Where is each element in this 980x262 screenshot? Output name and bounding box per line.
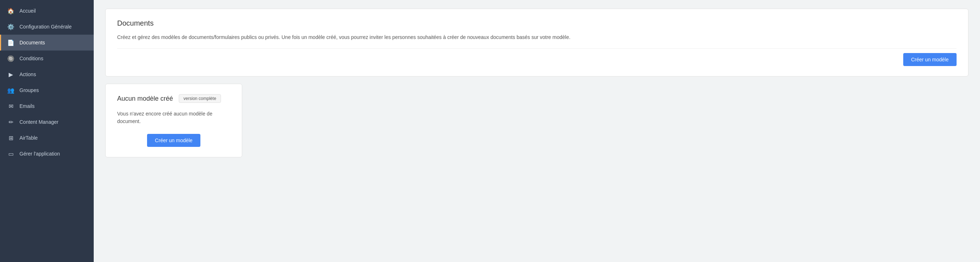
actions-icon: ▶ bbox=[7, 71, 14, 78]
creer-modele-button-empty[interactable]: Créer un modèle bbox=[147, 134, 200, 147]
gear-icon: ⚙️ bbox=[7, 23, 14, 30]
creer-modele-button-top[interactable]: Créer un modèle bbox=[903, 53, 956, 66]
sidebar-label-gerer-app: Gérer l'application bbox=[19, 151, 60, 157]
sidebar-item-accueil[interactable]: 🏠 Accueil bbox=[0, 3, 94, 19]
sidebar-item-conditions[interactable]: 🔘 Conditions bbox=[0, 51, 94, 66]
app-icon: ▭ bbox=[7, 150, 14, 157]
empty-state-card: Aucun modèle créé version complète Vous … bbox=[105, 84, 242, 157]
sidebar-label-config: Configuration Générale bbox=[19, 24, 72, 30]
sidebar-label-documents: Documents bbox=[19, 40, 45, 45]
sidebar-nav: 🏠 Accueil ⚙️ Configuration Générale 📄 Do… bbox=[0, 0, 94, 165]
empty-card-title: Aucun modèle créé bbox=[117, 95, 173, 102]
sidebar-item-documents[interactable]: 📄 Documents bbox=[0, 35, 94, 51]
conditions-icon: 🔘 bbox=[7, 55, 14, 62]
sidebar-label-emails: Emails bbox=[19, 103, 35, 109]
sidebar-label-actions: Actions bbox=[19, 72, 36, 77]
version-badge: version complète bbox=[179, 94, 221, 103]
empty-card-btn-row: Créer un modèle bbox=[117, 134, 230, 147]
sidebar-label-airtable: AirTable bbox=[19, 135, 38, 141]
main-content: Documents Créez et gérez des modèles de … bbox=[94, 0, 980, 262]
sidebar-label-conditions: Conditions bbox=[19, 56, 43, 61]
email-icon: ✉ bbox=[7, 102, 14, 110]
sidebar-item-content-manager[interactable]: ✏ Content Manager bbox=[0, 114, 94, 130]
table-icon: ⊞ bbox=[7, 134, 14, 141]
sidebar-item-groupes[interactable]: 👥 Groupes bbox=[0, 82, 94, 98]
documents-info-card: Documents Créez et gérez des modèles de … bbox=[105, 9, 969, 77]
home-icon: 🏠 bbox=[7, 7, 14, 14]
empty-card-header: Aucun modèle créé version complète bbox=[117, 94, 230, 103]
documents-page-description: Créez et gérez des modèles de documents/… bbox=[117, 33, 956, 41]
empty-card-description: Vous n'avez encore créé aucun modèle de … bbox=[117, 110, 230, 125]
sidebar-label-accueil: Accueil bbox=[19, 8, 36, 14]
sidebar-label-content-manager: Content Manager bbox=[19, 119, 58, 125]
sidebar-item-config[interactable]: ⚙️ Configuration Générale bbox=[0, 19, 94, 35]
groups-icon: 👥 bbox=[7, 86, 14, 94]
sidebar-item-airtable[interactable]: ⊞ AirTable bbox=[0, 130, 94, 146]
pencil-icon: ✏ bbox=[7, 118, 14, 126]
documents-card-actions: Créer un modèle bbox=[117, 48, 956, 66]
documents-page-title: Documents bbox=[117, 19, 956, 27]
sidebar-label-groupes: Groupes bbox=[19, 87, 39, 93]
sidebar: 🏠 Accueil ⚙️ Configuration Générale 📄 Do… bbox=[0, 0, 94, 262]
sidebar-item-gerer-app[interactable]: ▭ Gérer l'application bbox=[0, 146, 94, 162]
sidebar-item-emails[interactable]: ✉ Emails bbox=[0, 98, 94, 114]
sidebar-item-actions[interactable]: ▶ Actions bbox=[0, 66, 94, 82]
document-icon: 📄 bbox=[7, 39, 14, 46]
